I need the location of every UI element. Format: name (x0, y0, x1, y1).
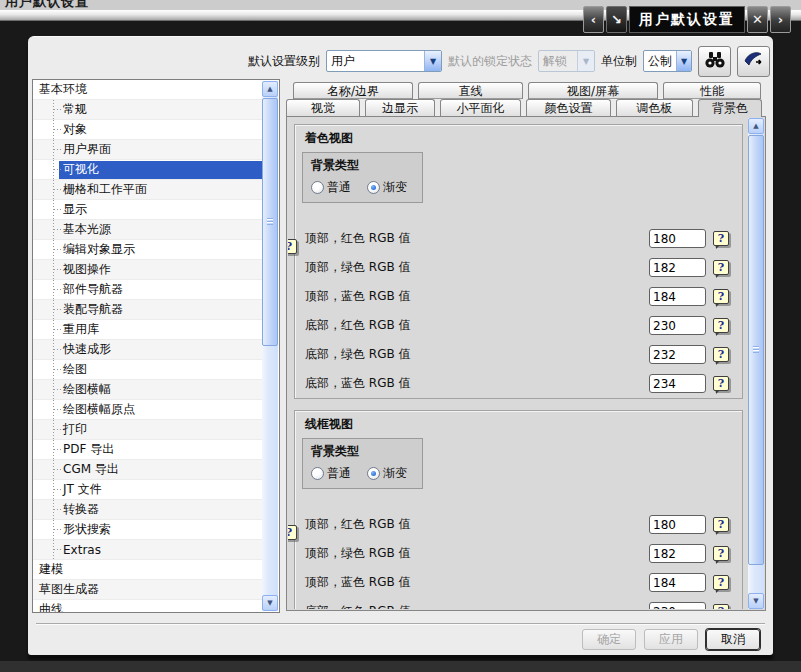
help-button[interactable]: ? (713, 546, 729, 561)
content-scrollbar[interactable]: ▲ ▼ (748, 118, 764, 609)
sidebar-item[interactable]: 绘图 (33, 360, 262, 380)
help-button[interactable]: ? (713, 604, 729, 609)
help-button[interactable]: ? (713, 231, 729, 246)
apply-button[interactable]: 应用 (644, 629, 698, 650)
sidebar-item[interactable]: 装配导航器 (33, 300, 262, 320)
sidebar-item[interactable]: 显示 (33, 200, 262, 220)
radio-gradient[interactable]: 渐变 (367, 179, 407, 196)
tab-item[interactable]: 小平面化 (440, 99, 521, 117)
sidebar-item[interactable]: JT 文件 (33, 480, 262, 500)
level-combobox[interactable]: 用户 ▼ (326, 50, 442, 72)
scroll-up-icon[interactable]: ▲ (262, 81, 278, 97)
sidebar-item[interactable]: 打印 (33, 420, 262, 440)
content-scrollbar-thumb[interactable] (748, 135, 764, 565)
sidebar-item[interactable]: 快速成形 (33, 340, 262, 360)
radio-unchecked-icon[interactable] (311, 467, 324, 480)
sidebar-item[interactable]: CGM 导出 (33, 460, 262, 480)
sidebar-item[interactable]: 对象 (33, 120, 262, 140)
tab-item[interactable]: 视觉 (286, 99, 360, 117)
rgb-row-label: 顶部，绿色 RGB 值 (305, 545, 649, 562)
sidebar-item[interactable]: 编辑对象显示 (33, 240, 262, 260)
titlebar-forward-button[interactable]: › (770, 6, 791, 33)
sidebar-item[interactable]: Extras (33, 540, 262, 560)
help-button[interactable]: ? (713, 575, 729, 590)
rgb-value-row: 底部，蓝色 RGB 值? (295, 369, 742, 398)
clipped-window-title: 用户默认设置 (5, 0, 89, 10)
radio-normal[interactable]: 普通 (311, 465, 351, 482)
sidebar-item[interactable]: 基本光源 (33, 220, 262, 240)
help-button[interactable]: ? (713, 289, 729, 304)
rgb-value-input[interactable] (649, 573, 706, 592)
help-button[interactable]: ? (288, 525, 297, 540)
sidebar-item[interactable]: 绘图横幅原点 (33, 400, 262, 420)
radio-normal[interactable]: 普通 (311, 179, 351, 196)
tab-item[interactable]: 边显示 (365, 99, 435, 117)
tree-scrollbar[interactable]: ▲ ▼ (262, 81, 278, 611)
sidebar-item[interactable]: 基本环境 (33, 80, 262, 100)
sidebar-item[interactable]: 重用库 (33, 320, 262, 340)
lock-status-combobox: 解锁 ▼ (538, 50, 595, 72)
help-button[interactable]: ? (713, 347, 729, 362)
units-combobox[interactable]: 公制 ▼ (643, 50, 692, 72)
sidebar-item[interactable]: 栅格和工作平面 (33, 180, 262, 200)
rgb-value-input[interactable] (649, 374, 706, 393)
titlebar-drag-button[interactable]: ↘ (606, 6, 627, 33)
help-button[interactable]: ? (713, 376, 729, 391)
sidebar-item[interactable]: 曲线 (33, 600, 262, 612)
tab-item[interactable]: 性能 (663, 82, 761, 99)
tab-item[interactable]: 颜色设置 (526, 99, 611, 117)
ok-button[interactable]: 确定 (582, 629, 636, 650)
help-button[interactable]: ? (713, 260, 729, 275)
rgb-value-input[interactable] (649, 287, 706, 306)
sidebar-item[interactable]: 形状搜索 (33, 520, 262, 540)
background-type-box: 背景类型普通渐变 (302, 438, 423, 489)
tab-item[interactable]: 调色板 (616, 99, 693, 117)
sidebar-item-label: 建模 (39, 561, 63, 578)
manage-current-settings-button[interactable] (737, 46, 770, 77)
scroll-down-icon[interactable]: ▼ (262, 595, 278, 611)
rgb-value-row: 底部，绿色 RGB 值? (295, 340, 742, 369)
shaded-view-group: 着色视图背景类型普通渐变?顶部，红色 RGB 值?顶部，绿色 RGB 值?顶部，… (294, 124, 743, 399)
sidebar-item[interactable]: 部件导航器 (33, 280, 262, 300)
sidebar-item[interactable]: 建模 (33, 560, 262, 580)
tab-item[interactable]: 直线 (418, 82, 523, 99)
sidebar-item[interactable]: 可视化 (33, 160, 262, 180)
help-button[interactable]: ? (288, 239, 297, 254)
sidebar-item-label: PDF 导出 (63, 441, 114, 458)
scroll-up-icon[interactable]: ▲ (748, 118, 764, 134)
radio-checked-icon[interactable] (367, 181, 380, 194)
sidebar-item[interactable]: 绘图横幅 (33, 380, 262, 400)
radio-checked-icon[interactable] (367, 467, 380, 480)
tab-item[interactable]: 视图/屏幕 (528, 82, 658, 99)
tab-item[interactable]: 名称/边界 (293, 82, 413, 99)
help-button[interactable]: ? (713, 517, 729, 532)
tab-row-2: 视觉边显示小平面化颜色设置调色板背景色 (286, 99, 766, 117)
rgb-value-input[interactable] (649, 258, 706, 277)
titlebar-back-button[interactable]: ‹ (583, 6, 604, 33)
radio-gradient[interactable]: 渐变 (367, 465, 407, 482)
rgb-value-input[interactable] (649, 602, 706, 609)
tab-selected[interactable]: 背景色 (698, 99, 762, 117)
sidebar-item[interactable]: 常规 (33, 100, 262, 120)
rgb-value-input[interactable] (649, 316, 706, 335)
radio-unchecked-icon[interactable] (311, 181, 324, 194)
help-button[interactable]: ? (713, 318, 729, 333)
find-default-button[interactable] (698, 46, 731, 77)
chevron-down-icon[interactable]: ▼ (424, 51, 441, 71)
sidebar-item[interactable]: 转换器 (33, 500, 262, 520)
cancel-button[interactable]: 取消 (706, 629, 760, 650)
rgb-value-input[interactable] (649, 345, 706, 364)
rgb-value-input[interactable] (649, 544, 706, 563)
sidebar-item[interactable]: 用户界面 (33, 140, 262, 160)
sidebar-item[interactable]: 草图生成器 (33, 580, 262, 600)
chevron-down-icon: ▼ (577, 51, 594, 71)
sidebar-item[interactable]: PDF 导出 (33, 440, 262, 460)
titlebar-close-button[interactable]: ✕ (747, 6, 768, 33)
sidebar-item-label: 基本环境 (39, 81, 87, 98)
chevron-down-icon[interactable]: ▼ (676, 51, 691, 71)
rgb-value-input[interactable] (649, 515, 706, 534)
sidebar-item[interactable]: 视图操作 (33, 260, 262, 280)
rgb-value-input[interactable] (649, 229, 706, 248)
tree-scrollbar-thumb[interactable] (262, 98, 278, 346)
scroll-down-icon[interactable]: ▼ (748, 593, 764, 609)
